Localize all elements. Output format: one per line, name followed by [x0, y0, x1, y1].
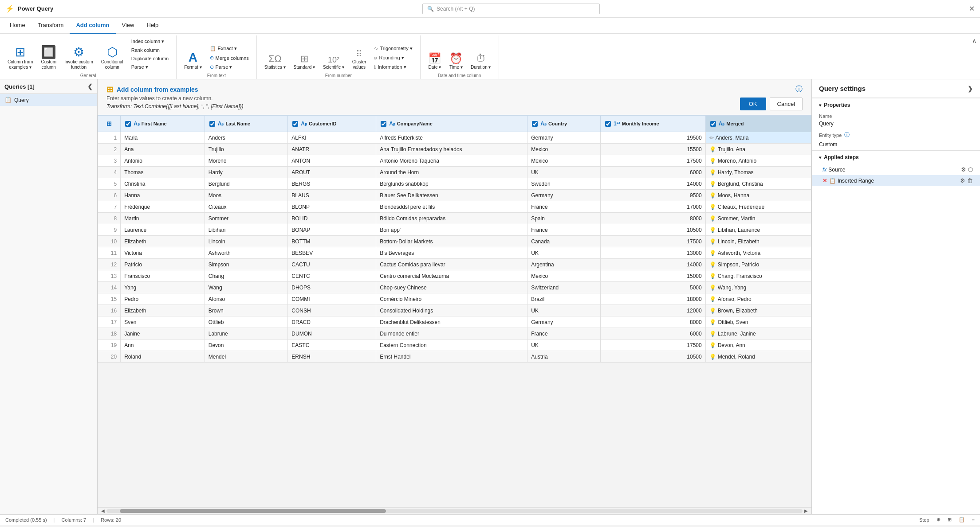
menu-item-view[interactable]: View	[116, 18, 141, 34]
row-number: 8	[98, 213, 121, 224]
merged-cell: 💡Berglund, Christina	[705, 178, 811, 190]
ribbon-btn-duration[interactable]: ⏱ Duration ▾	[468, 52, 494, 71]
step-inserted-range-delete-icon[interactable]: 🗑	[967, 177, 973, 184]
status-column-icon[interactable]: ≡	[972, 517, 975, 523]
ribbon-btn-cluster-values[interactable]: ⠿ Clustervalues	[349, 48, 370, 71]
table-row[interactable]: 1MariaAndersALFKIAlfreds FutterkisteGerm…	[98, 132, 811, 144]
cancel-button[interactable]: Cancel	[770, 98, 803, 110]
ribbon-group-general-label: General	[4, 73, 172, 78]
table-cell: ANATR	[288, 144, 376, 155]
ribbon-btn-standard[interactable]: ⊞ Standard ▾	[291, 53, 318, 71]
col-country-checkbox[interactable]	[532, 121, 538, 127]
table-row[interactable]: 8MartinSommerBOLIDBólido Comidas prepara…	[98, 213, 811, 224]
scientific-icon: 10²	[328, 56, 339, 64]
table-row[interactable]: 9LaurenceLibihanBONAPBon app'France10500…	[98, 224, 811, 236]
table-row[interactable]: 20RolandMendelERNSHErnst HandelAustria10…	[98, 351, 811, 363]
table-row[interactable]: 7FrédériqueCiteauxBLONPBlondesddsl père …	[98, 201, 811, 213]
step-source-gear-icon[interactable]: ⚙	[961, 166, 966, 173]
ribbon-group-from-text-label: From text	[181, 73, 252, 78]
ribbon-btn-custom-column[interactable]: 🔲 Customcolumn	[38, 45, 59, 71]
ok-button[interactable]: OK	[740, 98, 766, 110]
properties-section-header[interactable]: ▾ Properties	[812, 98, 980, 112]
table-row[interactable]: 14YangWangDHOPSChop-suey ChineseSwitzerl…	[98, 282, 811, 293]
table-row[interactable]: 10ElizabethLincolnBOTTMBottom-Dollar Mar…	[98, 236, 811, 247]
status-grid-icon[interactable]: ⊞	[948, 517, 952, 523]
ribbon-btn-duplicate-column[interactable]: Duplicate column	[128, 55, 172, 62]
table-row[interactable]: 4ThomasHardyAROUTAround the HornUK6000💡H…	[98, 167, 811, 178]
col-first-name-checkbox[interactable]	[125, 121, 131, 127]
close-button[interactable]: ✕	[969, 4, 975, 13]
col-customer-id-checkbox[interactable]	[292, 121, 298, 127]
menu-item-home[interactable]: Home	[4, 18, 31, 34]
table-row[interactable]: 13FransciscoChangCENTCCentro comercial M…	[98, 270, 811, 282]
ribbon-btn-column-from-examples[interactable]: ⊞ Column fromexamples ▾	[4, 45, 36, 71]
step-source[interactable]: fx Source ⚙ ⬡	[812, 164, 980, 175]
step-source-fx-icon: fx	[823, 167, 827, 173]
table-row[interactable]: 5ChristinaBerglundBERGSBerglunds snabbkö…	[98, 178, 811, 190]
table-cell: Lincoln	[205, 236, 288, 247]
status-table-icon[interactable]: 📋	[959, 517, 965, 523]
ribbon-btn-extract[interactable]: 📋 Extract ▾	[207, 44, 252, 53]
merged-cell: 💡Brown, Elizabeth	[705, 305, 811, 316]
ribbon-btn-statistics[interactable]: ΣΩ Statistics ▾	[261, 53, 289, 71]
col-company-name-checkbox[interactable]	[381, 121, 386, 127]
table-row[interactable]: 17SvenOttliebDRACDDrachenblut Delikatess…	[98, 316, 811, 328]
ribbon-btn-trigonometry[interactable]: ∿ Trigonometry ▾	[371, 44, 415, 53]
table-row[interactable]: 2AnaTrujilloANATRAna Trujillo Emaredados…	[98, 144, 811, 155]
step-source-nav-icon[interactable]: ⬡	[968, 166, 973, 173]
table-row[interactable]: 16ElizabethBrownCONSHConsolidated Holdin…	[98, 305, 811, 316]
ribbon-btn-time[interactable]: ⏰ Time ▾	[446, 52, 466, 71]
menu-item-transform[interactable]: Transform	[31, 18, 70, 34]
table-row[interactable]: 3AntonioMorenoANTONAntonio Moreno Taquer…	[98, 155, 811, 167]
table-cell: 8000	[601, 316, 706, 328]
col-country-label: Country	[548, 121, 567, 126]
ribbon-btn-invoke-custom-function[interactable]: ⚙ Invoke customfunction	[61, 45, 96, 71]
ribbon-btn-conditional-column[interactable]: ⬡ Conditionalcolumn	[98, 45, 126, 71]
status-step-icon[interactable]: ⊕	[937, 517, 941, 523]
help-icon[interactable]: ⓘ	[795, 85, 803, 94]
scroll-right-arrow[interactable]: ▶	[803, 508, 810, 513]
col-last-name-checkbox[interactable]	[209, 121, 215, 127]
ribbon-btn-rank-column[interactable]: Rank column	[128, 46, 172, 54]
ribbon-btn-scientific[interactable]: 10² Scientific ▾	[320, 55, 347, 71]
step-source-label: Source	[828, 167, 961, 173]
table-row[interactable]: 19AnnDevonEASTCEastern ConnectionUK17500…	[98, 340, 811, 351]
sidebar-item-query[interactable]: 📋 Query	[0, 94, 97, 106]
step-inserted-range-gear-icon[interactable]: ⚙	[960, 177, 965, 184]
table-cell: Simpson	[205, 259, 288, 270]
row-number: 19	[98, 340, 121, 351]
ribbon-collapse-button[interactable]: ∧	[968, 35, 980, 46]
step-x-icon[interactable]: ✕	[823, 177, 827, 184]
scroll-left-arrow[interactable]: ◀	[99, 508, 106, 513]
col-merged-checkbox[interactable]	[710, 121, 716, 127]
table-row[interactable]: 18JanineLabruneDUMONDu monde entierFranc…	[98, 328, 811, 340]
col-merged: Aᵦ Merged	[705, 116, 811, 132]
table-row[interactable]: 6HannaMoosBLAUSBlauer See DelikatessenGe…	[98, 190, 811, 201]
ribbon-btn-parse[interactable]: Parse ▾	[128, 63, 172, 71]
bulb-icon: 💡	[709, 342, 716, 348]
menu-item-help[interactable]: Help	[141, 18, 165, 34]
menu-item-add-column[interactable]: Add column	[70, 18, 115, 34]
applied-steps-section-header[interactable]: ▾ Applied steps	[812, 150, 980, 164]
col-monthly-income: 1²³ Monthly Income	[601, 116, 706, 132]
table-row[interactable]: 12PatricioSimpsonCACTUCactus Comidas par…	[98, 259, 811, 270]
ribbon-btn-format[interactable]: A Format ▾	[181, 50, 205, 71]
scroll-thumb[interactable]	[120, 509, 386, 513]
ribbon-btn-merge-columns[interactable]: ⊕ Merge columns	[207, 54, 252, 62]
entity-type-help-icon[interactable]: ⓘ	[844, 131, 850, 139]
col-monthly-income-checkbox[interactable]	[605, 121, 611, 127]
search-box[interactable]: 🔍 Search (Alt + Q)	[422, 4, 600, 14]
table-cell: Canada	[527, 236, 601, 247]
table-row[interactable]: 11VictoriaAshworthBESBEVB's BeveragesUK1…	[98, 247, 811, 259]
ribbon-btn-rounding[interactable]: ⌀ Rounding ▾	[371, 54, 415, 62]
table-cell: 10500	[601, 224, 706, 236]
date-icon: 📅	[428, 53, 441, 64]
ribbon-btn-information[interactable]: ℹ Information ▾	[371, 63, 415, 71]
right-panel-expand-icon[interactable]: ❯	[968, 85, 973, 92]
ribbon-btn-parse-text[interactable]: ⊙ Parse ▾	[207, 63, 252, 71]
ribbon-btn-index-column[interactable]: Index column ▾	[128, 37, 172, 46]
step-inserted-range[interactable]: ✕ 📋 Inserted Range ⚙ 🗑	[812, 175, 980, 186]
sidebar-collapse-icon[interactable]: ❮	[87, 83, 93, 90]
ribbon-btn-date[interactable]: 📅 Date ▾	[425, 52, 445, 71]
table-row[interactable]: 15PedroAfonsoCOMMIComércio MineiroBrazil…	[98, 293, 811, 305]
